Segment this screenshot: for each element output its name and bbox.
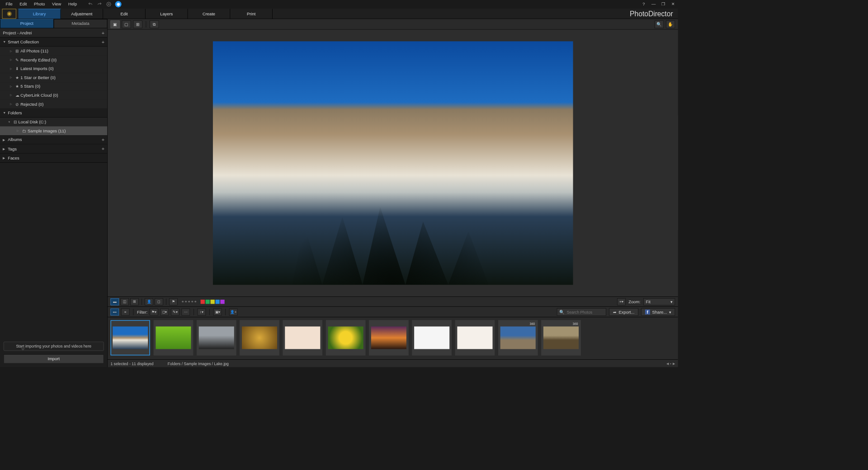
view-image-icon[interactable]: ▢ xyxy=(122,20,131,28)
import-button[interactable]: Import xyxy=(4,354,104,363)
side-tab-metadata[interactable]: Metadata xyxy=(54,19,108,28)
tab-adjustment[interactable]: Adjustment xyxy=(61,9,103,19)
thumb-size-list-icon[interactable]: ≡ xyxy=(121,308,130,315)
thumbnail[interactable]: 360 xyxy=(541,320,580,355)
chevron-right-icon: ▷ xyxy=(10,76,14,79)
color-swatch[interactable] xyxy=(206,300,210,304)
tree-item-sample-images[interactable]: ▷🗀Sample Images (11) xyxy=(0,127,107,136)
side-tab-project[interactable]: Project xyxy=(0,19,54,28)
notification-badge-icon[interactable]: ◉ xyxy=(115,1,122,7)
scroll-left-icon[interactable]: ◀ xyxy=(666,362,669,365)
tab-edit[interactable]: Edit xyxy=(103,9,146,19)
filter-edit-icon[interactable]: ✎▾ xyxy=(171,308,179,315)
thumbnail[interactable] xyxy=(283,320,322,355)
section-tags[interactable]: ▶ Tags + xyxy=(0,144,107,153)
tree-item-all-photos[interactable]: ▷⊞All Photos (11) xyxy=(0,47,107,56)
thumbnail[interactable] xyxy=(369,320,408,355)
sort-order-icon[interactable]: ↕▾ xyxy=(198,308,206,315)
filter-flag-icon[interactable]: ⚑▾ xyxy=(150,308,158,315)
hand-tool-icon[interactable]: ✋ xyxy=(666,20,675,28)
scroll-right-icon[interactable]: ▶ xyxy=(673,362,675,365)
export-button[interactable]: ➦Export... xyxy=(609,308,638,315)
filmstrip[interactable]: 360360 xyxy=(108,317,678,359)
selection-status: 1 selected - 11 displayed xyxy=(110,361,153,365)
layout-1-icon[interactable]: ▬ xyxy=(110,298,119,306)
view-compare-icon[interactable]: ⧉ xyxy=(150,20,159,28)
thumbnail[interactable] xyxy=(197,320,236,355)
layout-3-icon[interactable]: ⊞ xyxy=(130,298,139,306)
filter-label-icon[interactable]: ◻▾ xyxy=(160,308,169,315)
tab-library[interactable]: Library xyxy=(19,9,61,19)
flag-icon[interactable]: ⚑ xyxy=(169,298,178,306)
color-swatch[interactable] xyxy=(220,300,224,304)
gear-icon[interactable] xyxy=(106,1,111,7)
menu-view[interactable]: View xyxy=(48,0,65,9)
stack-icon[interactable]: ▣▾ xyxy=(213,308,222,315)
menu-file[interactable]: File xyxy=(2,0,16,9)
add-icon[interactable]: + xyxy=(102,146,104,151)
menu-edit[interactable]: Edit xyxy=(16,0,30,9)
tree-item-rejected[interactable]: ▷⊘Rejected (0) xyxy=(0,99,107,108)
color-label-swatches[interactable] xyxy=(201,300,225,304)
tab-layers[interactable]: Layers xyxy=(146,9,188,19)
undo-icon[interactable] xyxy=(88,1,93,7)
thumbnail[interactable] xyxy=(412,320,451,355)
color-swatch[interactable] xyxy=(210,300,214,304)
section-folders[interactable]: ▼ Folders xyxy=(0,108,107,118)
search-input[interactable] xyxy=(567,310,616,314)
add-icon[interactable]: + xyxy=(102,39,104,44)
view-single-icon[interactable]: ▣ xyxy=(110,20,119,28)
sort-icon[interactable]: ≡▾ xyxy=(617,298,626,306)
minimize-icon[interactable]: — xyxy=(651,2,656,7)
add-icon[interactable]: + xyxy=(102,30,104,35)
project-header[interactable]: Project - Andrei + xyxy=(0,28,107,37)
tree-item-local-disk[interactable]: ▼⊟Local Disk (C:) xyxy=(0,118,107,127)
export-icon: ➦ xyxy=(613,310,617,315)
tab-print[interactable]: Print xyxy=(230,9,273,19)
chevron-right-icon: ▷ xyxy=(10,49,14,52)
zoom-tool-icon[interactable]: 🔍 xyxy=(655,20,664,28)
tree-item-recently-edited[interactable]: ▷✎Recently Edited (0) xyxy=(0,56,107,65)
help-icon[interactable]: ? xyxy=(641,2,646,7)
thumbnail[interactable]: 360 xyxy=(498,320,538,355)
chevron-right-icon: ▶ xyxy=(3,147,8,150)
crop-icon[interactable]: ◻ xyxy=(155,298,163,306)
add-icon[interactable]: + xyxy=(102,137,104,142)
section-faces[interactable]: ▶ Faces xyxy=(0,154,107,163)
menu-help[interactable]: Help xyxy=(65,0,80,9)
tab-create[interactable]: Create xyxy=(188,9,230,19)
add-person-icon[interactable]: 👤+ xyxy=(229,308,238,315)
face-tag-icon[interactable]: 👤 xyxy=(145,298,153,306)
layout-2-icon[interactable]: ◫ xyxy=(120,298,129,306)
app-name-label: PhotoDirector xyxy=(630,9,673,19)
tree-item-latest-imports[interactable]: ▷⬇Latest Imports (0) xyxy=(0,64,107,73)
thumbnail[interactable] xyxy=(154,320,193,355)
thumbnail[interactable] xyxy=(240,320,279,355)
thumbnail[interactable] xyxy=(110,320,150,355)
section-smart-collection[interactable]: ▼ Smart Collection + xyxy=(0,38,107,47)
tree-item-5stars[interactable]: ▷★5 Stars (0) xyxy=(0,82,107,91)
chevron-right-icon: ▶ xyxy=(3,138,8,141)
photo-viewer[interactable] xyxy=(108,30,678,296)
maximize-icon[interactable]: ❐ xyxy=(661,2,666,7)
thumbnail[interactable] xyxy=(455,320,495,355)
thumb-size-small-icon[interactable]: ▪▪▪ xyxy=(110,308,119,315)
section-label: Smart Collection xyxy=(8,39,39,44)
close-icon[interactable]: ✕ xyxy=(671,2,676,7)
photos-icon: ⊞ xyxy=(14,48,20,53)
rating-dots[interactable] xyxy=(182,301,196,302)
tree-item-1star[interactable]: ▷★1 Star or Better (0) xyxy=(0,73,107,82)
filter-more-icon[interactable]: ⋯ xyxy=(181,308,190,315)
section-albums[interactable]: ▶ Albums + xyxy=(0,135,107,144)
color-swatch[interactable] xyxy=(201,300,205,304)
share-button[interactable]: fShare...▾ xyxy=(641,308,675,315)
search-box[interactable]: 🔍 ✕ xyxy=(557,308,606,315)
app-logo-icon[interactable]: ◉ xyxy=(2,9,16,19)
menu-photo[interactable]: Photo xyxy=(30,0,48,9)
zoom-select[interactable]: Fit▾ xyxy=(643,298,675,306)
thumbnail[interactable] xyxy=(326,320,365,355)
view-grid-icon[interactable]: ⊞ xyxy=(133,20,142,28)
redo-icon[interactable] xyxy=(97,1,102,7)
color-swatch[interactable] xyxy=(215,300,219,304)
tree-item-cloud[interactable]: ▷☁CyberLink Cloud (0) xyxy=(0,91,107,100)
